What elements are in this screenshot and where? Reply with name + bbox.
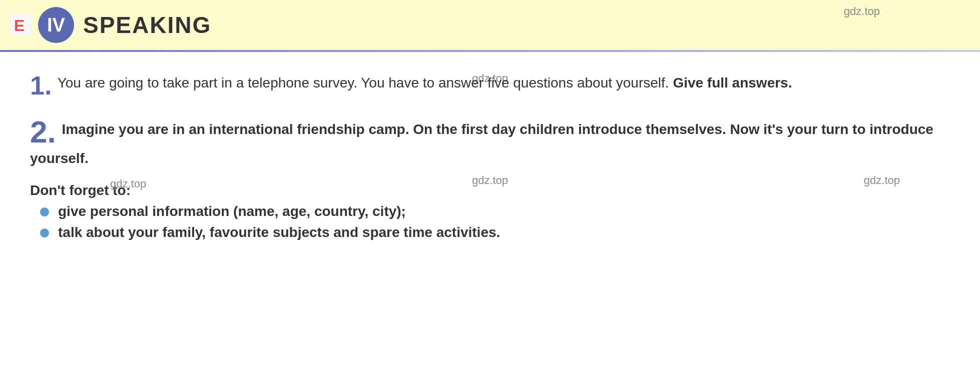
exercise-2: gdz.top gdz.top 2. Imagine you are in an…: [30, 116, 950, 240]
exercise-1-bold-text: Give full answers.: [673, 75, 792, 90]
dont-forget-wrapper: Don't forget to: gdz.top: [30, 178, 131, 204]
exercise-2-number: 2.: [30, 114, 56, 149]
dont-forget-label: Don't forget to:: [30, 182, 131, 198]
bullet-item-2: talk about your family, favourite subjec…: [40, 224, 950, 240]
watermark-ex2-center: gdz.top: [472, 174, 508, 187]
section-number: IV: [47, 14, 65, 36]
watermark-ex2-right: gdz.top: [864, 174, 900, 187]
exercise-1-number: 1.: [30, 71, 52, 100]
exercise-1-text: 1. You are going to take part in a telep…: [30, 72, 950, 98]
bullet-text-2: talk about your family, favourite subjec…: [58, 224, 500, 240]
lightning-icon: E: [10, 14, 32, 36]
content-area: gdz.top 1. You are going to take part in…: [0, 52, 980, 266]
header-watermark: gdz.top: [844, 5, 880, 18]
bullet-dot-1: [40, 208, 49, 216]
svg-text:E: E: [14, 16, 25, 34]
page: E IV SPEAKING gdz.top gdz.top 1. You are…: [0, 0, 980, 378]
section-title: SPEAKING: [83, 12, 211, 38]
bullet-item-1: give personal information (name, age, co…: [40, 204, 950, 220]
bullet-list: give personal information (name, age, co…: [30, 204, 950, 240]
exercise-1: 1. You are going to take part in a telep…: [30, 72, 950, 98]
exercise-2-bold-line1: Imagine you are in an international frie…: [30, 122, 933, 166]
exercise-1-plain-text: You are going to take part in a telephon…: [54, 75, 792, 90]
header: E IV SPEAKING gdz.top: [0, 0, 980, 50]
section-badge: IV: [38, 7, 74, 43]
exercise-2-main-text: 2. Imagine you are in an international f…: [30, 116, 950, 169]
bullet-dot-2: [40, 228, 49, 238]
bullet-text-1: give personal information (name, age, co…: [58, 204, 406, 220]
